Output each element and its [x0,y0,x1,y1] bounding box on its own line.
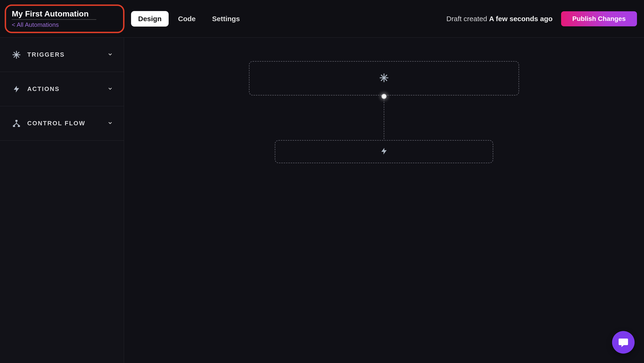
automation-title-input[interactable] [12,9,96,20]
bolt-icon [380,147,388,156]
connector-node-dot[interactable] [382,94,386,99]
chevron-down-icon [107,52,113,58]
draft-status: Draft created A few seconds ago [446,15,552,23]
view-tabs: Design Code Settings [131,11,247,27]
sidebar-item-control-flow[interactable]: CONTROL FLOW [0,106,124,141]
chevron-down-icon [107,86,113,92]
spark-icon [11,49,22,61]
draft-status-prefix: Draft created [446,15,489,23]
svg-rect-5 [13,125,15,127]
top-bar: < All Automations Design Code Settings D… [0,0,644,38]
draft-status-time: A few seconds ago [489,15,553,23]
flow-icon [11,118,22,129]
spark-icon [379,73,389,84]
bolt-icon [11,84,22,95]
sidebar-item-triggers[interactable]: TRIGGERS [0,38,124,72]
action-dropzone[interactable] [275,140,493,163]
sidebar-item-label: CONTROL FLOW [27,120,102,127]
chevron-down-icon [107,120,113,127]
tab-settings[interactable]: Settings [205,11,247,27]
svg-rect-4 [16,120,18,122]
connector-line [384,99,384,139]
chat-icon [618,337,629,348]
sidebar-item-label: TRIGGERS [27,51,102,58]
trigger-dropzone[interactable] [249,61,519,96]
sidebar: TRIGGERS ACTIONS [0,38,124,363]
sidebar-item-actions[interactable]: ACTIONS [0,72,124,106]
help-chat-button[interactable] [612,331,634,353]
back-to-automations-link[interactable]: < All Automations [12,21,118,29]
sidebar-item-label: ACTIONS [27,85,102,93]
title-block: < All Automations [5,5,124,33]
canvas[interactable] [124,38,644,363]
main: TRIGGERS ACTIONS [0,38,644,363]
tab-code[interactable]: Code [171,11,203,27]
publish-button[interactable]: Publish Changes [561,11,637,26]
tab-design[interactable]: Design [131,11,169,27]
svg-rect-6 [18,125,20,127]
